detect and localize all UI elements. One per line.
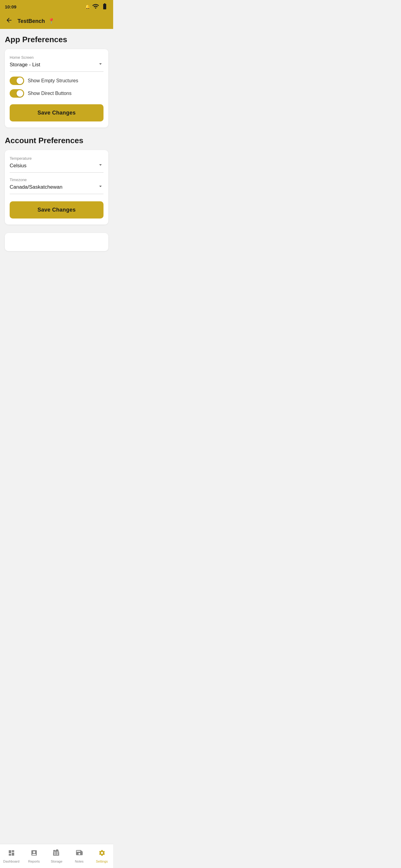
back-button[interactable] xyxy=(4,16,15,27)
home-screen-chevron-icon xyxy=(97,61,104,68)
temperature-dropdown[interactable]: Celsius xyxy=(10,162,104,173)
show-direct-buttons-label: Show Direct Buttons xyxy=(28,91,71,96)
timezone-value: Canada/Saskatchewan xyxy=(10,184,62,190)
status-bar: 10:09 🔔 xyxy=(0,0,113,13)
timezone-label: Timezone xyxy=(10,178,104,182)
nav-bar: TestBench 📍 xyxy=(0,13,113,29)
home-screen-field: Home Screen Storage - List xyxy=(10,55,104,72)
home-screen-label: Home Screen xyxy=(10,55,104,60)
timezone-field: Timezone Canada/Saskatchewan xyxy=(10,178,104,194)
notification-icon: 🔔 xyxy=(85,4,90,9)
partial-card xyxy=(5,233,108,251)
toggle-thumb-2 xyxy=(17,90,23,97)
timezone-dropdown[interactable]: Canada/Saskatchewan xyxy=(10,183,104,194)
status-time: 10:09 xyxy=(5,4,16,9)
battery-icon xyxy=(101,3,108,11)
account-preferences-card: Temperature Celsius Timezone Canada/Sask… xyxy=(5,150,108,224)
temperature-field: Temperature Celsius xyxy=(10,156,104,173)
timezone-chevron-icon xyxy=(97,183,104,191)
wifi-icon xyxy=(92,3,99,11)
nav-title: TestBench xyxy=(18,18,45,24)
show-empty-structures-label: Show Empty Structures xyxy=(28,78,78,84)
home-screen-value: Storage - List xyxy=(10,62,40,68)
page-content: App Preferences Home Screen Storage - Li… xyxy=(0,29,113,275)
pin-icon: 📍 xyxy=(48,18,55,24)
status-icons: 🔔 xyxy=(85,3,108,11)
app-preferences-save-button[interactable]: Save Changes xyxy=(10,104,104,121)
show-direct-buttons-toggle[interactable] xyxy=(10,89,24,98)
app-preferences-title: App Preferences xyxy=(5,35,108,44)
account-preferences-title: Account Preferences xyxy=(5,136,108,145)
temperature-label: Temperature xyxy=(10,156,104,161)
show-empty-structures-row: Show Empty Structures xyxy=(10,76,104,85)
toggle-thumb xyxy=(17,78,23,84)
show-direct-buttons-row: Show Direct Buttons xyxy=(10,89,104,98)
temperature-chevron-icon xyxy=(97,162,104,169)
account-preferences-save-button[interactable]: Save Changes xyxy=(10,201,104,218)
home-screen-dropdown[interactable]: Storage - List xyxy=(10,61,104,72)
temperature-value: Celsius xyxy=(10,163,27,169)
back-arrow-icon xyxy=(5,17,13,26)
show-empty-structures-toggle[interactable] xyxy=(10,76,24,85)
app-preferences-card: Home Screen Storage - List Show Empty St… xyxy=(5,49,108,127)
toggle-track xyxy=(10,76,24,85)
toggle-track-2 xyxy=(10,89,24,98)
